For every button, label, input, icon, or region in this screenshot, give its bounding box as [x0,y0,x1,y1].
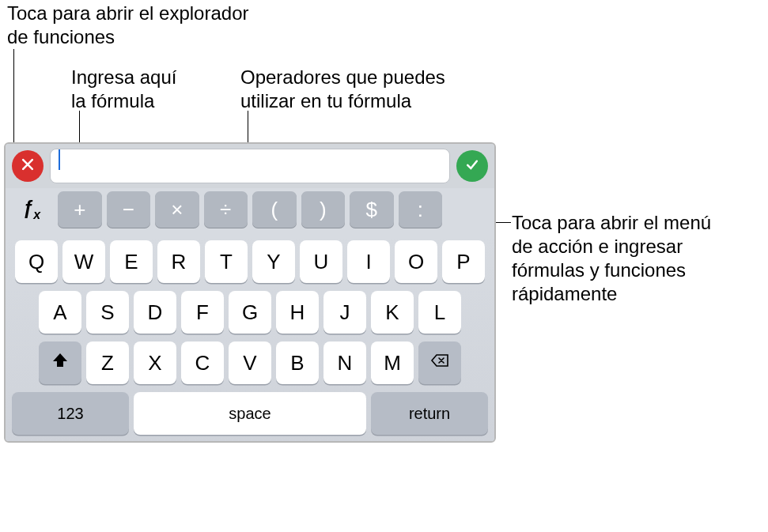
key-f[interactable]: F [181,291,224,334]
key-t[interactable]: T [205,240,248,283]
callout-formula-input: Ingresa aquí la fórmula [71,66,229,113]
key-n[interactable]: N [323,341,366,384]
callout-operators: Operadores que puedes utilizar en tu fór… [240,66,478,113]
key-i[interactable]: I [347,240,390,283]
confirm-button[interactable] [456,150,488,182]
operator-dollar[interactable]: $ [350,191,394,228]
return-key[interactable]: return [371,392,488,435]
key-h[interactable]: H [276,291,319,334]
key-u[interactable]: U [300,240,342,283]
key-s[interactable]: S [86,291,129,334]
backspace-key[interactable] [418,341,461,384]
key-q[interactable]: Q [15,240,58,283]
key-k[interactable]: K [371,291,414,334]
keyboard-bottom-row: 123 space return [9,392,491,435]
key-y[interactable]: Y [252,240,295,283]
x-icon [20,157,36,175]
operator-rparen[interactable]: ) [301,191,346,228]
key-l[interactable]: L [418,291,461,334]
operator-minus[interactable]: − [107,191,151,228]
formula-bar [6,144,494,188]
key-w[interactable]: W [62,240,105,283]
qwerty-keyboard: Q W E R T Y U I O P A S D F G H J K L [6,236,494,441]
key-c[interactable]: C [181,341,224,384]
numbers-key[interactable]: 123 [12,392,129,435]
operator-colon[interactable]: : [399,191,443,228]
backspace-icon [430,351,449,375]
operator-multiply[interactable]: × [155,191,199,228]
operator-row: ƒx + − × ÷ ( ) $ : [6,188,494,236]
formula-input[interactable] [50,149,450,183]
operator-lparen[interactable]: ( [252,191,297,228]
key-b[interactable]: B [276,341,319,384]
keyboard-row: A S D F G H J K L [9,291,491,334]
text-cursor [59,149,60,170]
key-v[interactable]: V [229,341,271,384]
keyboard-row: Q W E R T Y U I O P [9,240,491,283]
callout-quick-action: Toca para abrir el menú de acción e ingr… [512,211,765,306]
key-d[interactable]: D [134,291,176,334]
key-m[interactable]: M [371,341,414,384]
key-e[interactable]: E [110,240,153,283]
cancel-button[interactable] [12,150,44,182]
keyboard-row: Z X C V B N M [9,341,491,384]
fx-icon: ƒx [23,197,40,222]
key-p[interactable]: P [442,240,485,283]
key-x[interactable]: X [134,341,176,384]
callout-function-browser: Toca para abrir el explorador de funcion… [7,2,292,49]
shift-icon [51,351,70,375]
formula-keyboard-panel: ƒx + − × ÷ ( ) $ : Q W E R T Y U I O P [4,142,496,443]
check-icon [464,157,480,175]
space-key[interactable]: space [134,392,366,435]
key-a[interactable]: A [39,291,81,334]
key-g[interactable]: G [229,291,271,334]
shift-key[interactable] [39,341,81,384]
key-j[interactable]: J [323,291,366,334]
function-browser-button[interactable]: ƒx [10,191,53,228]
quick-action-button[interactable] [447,191,490,228]
key-z[interactable]: Z [86,341,129,384]
key-r[interactable]: R [157,240,200,283]
key-o[interactable]: O [395,240,437,283]
leader-line [494,222,511,223]
operator-plus[interactable]: + [58,191,102,228]
operator-divide[interactable]: ÷ [204,191,248,228]
